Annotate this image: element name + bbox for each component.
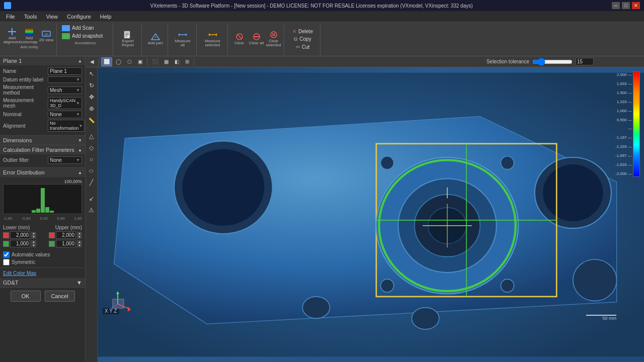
clear-selected-button[interactable]: Clear selected (266, 32, 282, 46)
edit-color-map-link[interactable]: Edit Color Map (3, 270, 36, 276)
menu-help[interactable]: Help (96, 13, 116, 21)
clear-group: Clear Clear all Clear selected (229, 23, 284, 55)
plane-section-header[interactable]: Plane 1 ▲ (0, 56, 85, 65)
datum-dropdown[interactable]: ▼ (48, 76, 82, 83)
cm-val-4: 1,000 — (615, 109, 632, 113)
delete-button[interactable]: ✕ Delete (290, 28, 315, 35)
add-alignment-button[interactable]: Add alignment (4, 29, 20, 43)
orientation-cube (103, 289, 133, 319)
add-scan-button[interactable]: Add Scan (60, 24, 111, 32)
calc-filter-header[interactable]: Calculation Filter Parameters ▲ (0, 145, 85, 154)
alignment-row: Alignment No transformation ▼ (3, 120, 82, 132)
edit-color-map-row: Edit Color Map (0, 268, 85, 278)
measure-all-button[interactable]: Measure all (175, 32, 191, 46)
auto-values-checkbox[interactable] (3, 251, 10, 258)
name-input[interactable]: Plane 1 (48, 67, 82, 75)
measurement-mesh-dropdown[interactable]: HandySCAN 3D_D ▼ (48, 97, 82, 109)
menu-file[interactable]: File (2, 13, 19, 21)
menu-configure[interactable]: Configure (63, 13, 95, 21)
export-report-icon (123, 31, 133, 39)
red-upper-up[interactable]: ▲ (77, 232, 82, 235)
vert-pan[interactable]: ✥ (86, 92, 97, 103)
cancel-button[interactable]: Cancel (45, 291, 75, 302)
nominal-dropdown[interactable]: None ▼ (48, 111, 82, 118)
export-report-button[interactable]: Export Report (120, 32, 136, 46)
vert-cursor[interactable]: ↖ (86, 68, 97, 79)
dimensions-header[interactable]: Dimensions ▼ (0, 136, 85, 145)
red-lower-down[interactable]: ▼ (31, 235, 36, 239)
svg-point-40 (501, 156, 514, 169)
menu-view[interactable]: View (42, 13, 62, 21)
green-lower-input[interactable] (10, 240, 30, 247)
measure-selected-button[interactable]: Measure selected (205, 32, 221, 46)
sub-tb-btn-6[interactable]: ▦ (162, 57, 171, 66)
menu-tools[interactable]: Tools (20, 13, 41, 21)
error-dist-container: 100,00% -1,60 -0,80 0,00 0,80 (0, 177, 85, 223)
ok-cancel-row: OK Cancel (0, 288, 85, 305)
green-upper-down[interactable]: ▼ (77, 244, 82, 247)
sub-tb-btn-8[interactable]: ⊞ (183, 57, 192, 66)
export-report-group: Export Report (114, 23, 142, 55)
red-upper-down[interactable]: ▼ (77, 235, 82, 239)
sel-tolerance-value[interactable] (576, 58, 594, 65)
add-part-button[interactable]: + Add part (147, 32, 164, 46)
error-label-2: 0,00 (40, 216, 48, 221)
clear-all-button[interactable]: Clear all (249, 32, 265, 46)
sub-tb-select-poly[interactable]: ⬡ (125, 57, 134, 66)
add-entity-row: Add alignment Add colormap 2D 2D view (4, 29, 54, 43)
red-lower-up[interactable]: ▲ (31, 232, 36, 235)
green-upper-spinner[interactable]: ▲ ▼ (77, 240, 82, 247)
vert-triangle-up[interactable]: △ (86, 131, 97, 142)
vert-zoom[interactable]: ⊕ (86, 103, 97, 114)
maximize-button[interactable]: □ (622, 2, 630, 9)
svg-point-42 (501, 279, 514, 292)
alignment-dropdown[interactable]: No transformation ▼ (48, 120, 85, 132)
add-snapshot-button[interactable]: Add snapshot (60, 32, 111, 40)
error-labels: -1,60 -0,80 0,00 0,80 1,60 (3, 216, 82, 221)
vert-circle[interactable]: ○ (86, 154, 97, 165)
outlier-dropdown[interactable]: None ▼ (48, 156, 82, 164)
vert-warning[interactable]: ⚠ (86, 205, 97, 216)
gdt-row[interactable]: GD&T ▼ (0, 278, 85, 288)
lower-header: Lower (mm) (3, 225, 30, 230)
sub-tb-arrow-left[interactable]: ◀ (88, 57, 97, 66)
measurement-method-dropdown[interactable]: Mesh ▼ (48, 86, 82, 94)
vert-diamond[interactable]: ◇ (86, 142, 97, 153)
sub-tb-3d-box[interactable]: ▣ (135, 57, 145, 66)
cut-button[interactable]: ✂ Cut (294, 44, 312, 50)
error-percent-row: 100,00% (3, 179, 82, 184)
sub-tb-select-circle[interactable]: ◯ (113, 57, 124, 66)
name-label: Name (3, 68, 46, 74)
cm-val-8: -1,333 — (615, 144, 632, 149)
red-lower-spinner[interactable]: ▲ ▼ (31, 232, 36, 239)
red-upper-spinner[interactable]: ▲ ▼ (77, 232, 82, 239)
vert-line[interactable]: ╱ (86, 177, 97, 188)
green-lower-up[interactable]: ▲ (31, 240, 36, 244)
green-lower-down[interactable]: ▼ (31, 244, 36, 247)
clear-button[interactable]: Clear (231, 32, 248, 46)
symmetric-checkbox[interactable] (3, 259, 10, 265)
close-button[interactable]: ✕ (632, 2, 640, 9)
copy-button[interactable]: ⧉ Copy (292, 36, 313, 43)
red-lower-input[interactable] (10, 231, 30, 239)
sel-tolerance-slider[interactable] (532, 58, 573, 66)
vert-ruler[interactable]: 📏 (86, 115, 97, 126)
cm-val-11: -2,000 — (615, 171, 632, 176)
measure-selected-label: Measure selected (205, 39, 221, 47)
ok-button[interactable]: OK (11, 291, 41, 302)
2d-view-button[interactable]: 2D 2D view (38, 29, 54, 43)
sub-tb-select-rect[interactable]: ⬜ (101, 57, 112, 66)
sub-tb-btn-7[interactable]: ◧ (172, 57, 182, 66)
sub-tb-btn-5[interactable]: ⬛ (149, 57, 160, 66)
vert-arrow-down[interactable]: ↙ (86, 193, 97, 204)
error-dist-header[interactable]: Error Distribution ▲ (0, 168, 85, 177)
vert-cylinder[interactable]: ⬭ (86, 165, 97, 176)
red-upper-input[interactable] (56, 231, 76, 239)
add-colormap-button[interactable]: Add colormap (21, 29, 37, 43)
green-upper-input[interactable] (56, 240, 76, 247)
green-lower-spinner[interactable]: ▲ ▼ (31, 240, 36, 247)
vert-rotate[interactable]: ↻ (86, 80, 97, 91)
green-upper-up[interactable]: ▲ (77, 240, 82, 244)
minimize-button[interactable]: ─ (612, 2, 620, 9)
calc-filter-content: Outlier filter None ▼ (0, 154, 85, 167)
